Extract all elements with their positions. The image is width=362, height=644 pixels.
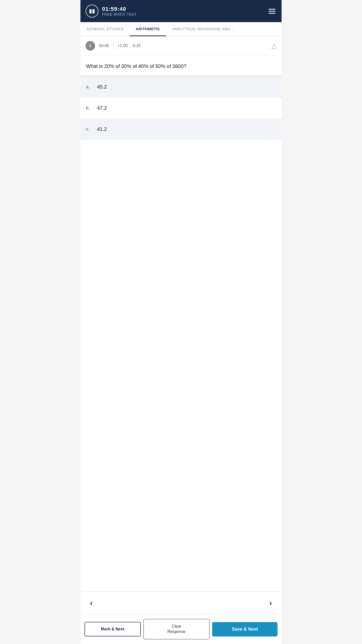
option-c[interactable]: c. 41.2 — [80, 119, 282, 140]
test-name-label: FREE MOCK TEST — [102, 12, 137, 16]
pause-icon: ▮▮ — [89, 8, 95, 14]
header-left: ▮▮ 01:59:40 FREE MOCK TEST — [85, 5, 137, 18]
question-info-bar: 1 00:05 +1.00 -0.25 △ — [80, 36, 282, 55]
option-a-value: 45.2 — [97, 84, 107, 90]
info-divider — [113, 42, 113, 49]
hamburger-button[interactable] — [267, 8, 277, 15]
tab-general-studies[interactable]: GENERAL STUDIES — [80, 22, 130, 36]
option-c-label: c. — [86, 127, 92, 132]
bottom-action-bar: Mark & Next Clear Response Save & Next — [80, 614, 282, 644]
option-b-value: 47.2 — [97, 105, 107, 111]
tabs-bar: GENERAL STUDIES Arithmetic Analytical Re… — [80, 22, 282, 36]
clear-response-line1: Clear — [172, 624, 181, 628]
option-c-value: 41.2 — [97, 126, 107, 132]
option-b-label: b. — [86, 105, 92, 111]
marks-negative: -0.25 — [132, 44, 141, 48]
question-text: What is 20% of 30% of 40% of 50% of 3600… — [86, 62, 276, 70]
mark-next-button[interactable]: Mark & Next — [84, 622, 141, 636]
option-a[interactable]: a. 45.2 — [80, 76, 282, 98]
tab-analytical[interactable]: Analytical Reasoning Abil... — [166, 22, 240, 36]
navigation-arrows: ‹ › — [80, 591, 282, 614]
question-timer: 00:05 — [99, 44, 109, 48]
tab-arithmetic[interactable]: Arithmetic — [130, 22, 166, 36]
hamburger-line-3 — [268, 13, 276, 14]
clear-response-button[interactable]: Clear Response — [143, 619, 210, 639]
marks-positive: +1.00 — [117, 44, 127, 48]
save-next-button[interactable]: Save & Next — [212, 622, 278, 636]
header-title: 01:59:40 FREE MOCK TEST — [102, 6, 137, 16]
warning-icon: △ — [272, 42, 277, 50]
option-a-label: a. — [86, 84, 92, 90]
timer-display: 01:59:40 — [102, 6, 137, 12]
app-header: ▮▮ 01:59:40 FREE MOCK TEST — [80, 0, 282, 22]
hamburger-line-2 — [268, 11, 276, 12]
next-arrow-button[interactable]: › — [267, 597, 275, 609]
hamburger-line-1 — [268, 9, 276, 10]
clear-response-line2: Response — [167, 629, 186, 634]
option-b[interactable]: b. 47.2 — [80, 98, 282, 119]
prev-arrow-button[interactable]: ‹ — [87, 597, 95, 609]
pause-button[interactable]: ▮▮ — [85, 5, 99, 18]
options-container: a. 45.2 b. 47.2 c. 41.2 — [80, 76, 282, 591]
question-number-badge: 1 — [85, 41, 95, 51]
question-area: What is 20% of 30% of 40% of 50% of 3600… — [80, 55, 282, 75]
